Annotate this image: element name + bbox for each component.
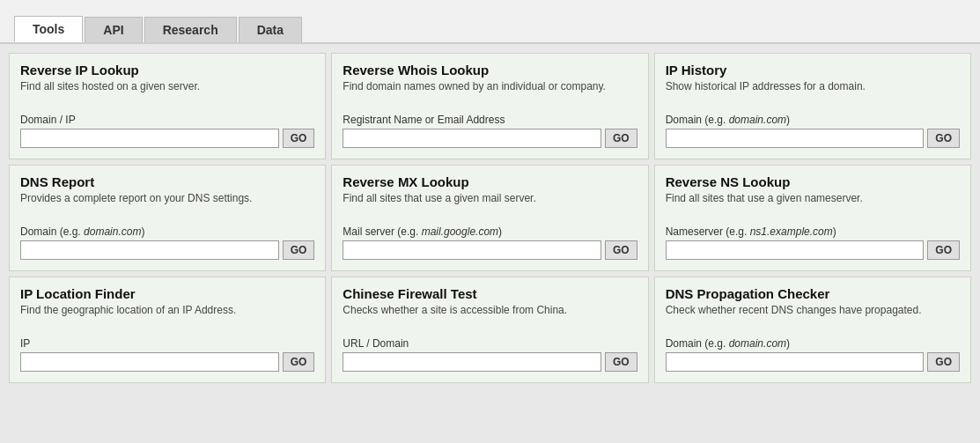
tool-label: URL / Domain [343,337,637,350]
tab-api[interactable]: API [85,17,142,42]
tool-input[interactable] [343,240,601,260]
tool-input-row: GO [20,352,314,372]
tool-card-ip-location-finder: IP Location FinderFind the geographic lo… [9,277,326,383]
tool-card-reverse-whois-lookup: Reverse Whois LookupFind domain names ow… [331,53,648,159]
tool-desc: Checks whether a site is accessible from… [343,304,637,329]
tool-title: DNS Propagation Checker [666,286,960,301]
tool-title: IP Location Finder [20,286,314,301]
tool-label: Domain (e.g. domain.com) [666,337,960,350]
tool-card-chinese-firewall-test: Chinese Firewall TestChecks whether a si… [331,277,648,383]
tool-input[interactable] [343,352,601,372]
tool-input-row: GO [20,129,314,148]
tool-card-ip-history: IP HistoryShow historical IP addresses f… [654,53,971,159]
tool-title: Reverse NS Lookup [666,174,960,189]
tool-desc: Find all sites hosted on a given server. [20,80,314,105]
tool-input[interactable] [20,352,279,372]
tool-label: Mail server (e.g. mail.google.com) [343,225,637,238]
tool-label: Nameserver (e.g. ns1.example.com) [666,225,960,238]
tool-input-row: GO [666,129,960,148]
tab-tools[interactable]: Tools [14,16,83,42]
tool-input-row: GO [343,352,637,372]
tool-input-row: GO [343,129,637,148]
tool-go-button[interactable]: GO [927,129,960,148]
tool-go-button[interactable]: GO [605,129,637,148]
tool-title: DNS Report [20,174,314,189]
tool-card-reverse-mx-lookup: Reverse MX LookupFind all sites that use… [331,165,648,271]
tool-title: IP History [666,63,960,78]
tool-go-button[interactable]: GO [283,352,315,372]
tool-go-button[interactable]: GO [605,240,637,260]
header: Tools API Research Data [0,0,980,44]
tool-label: IP [20,337,314,350]
tool-input[interactable] [666,352,925,372]
tool-card-dns-report: DNS ReportProvides a complete report on … [9,165,326,271]
tool-go-button[interactable]: GO [927,352,960,372]
tool-title: Chinese Firewall Test [343,286,637,301]
tool-input[interactable] [20,240,279,260]
tool-desc: Find all sites that use a given nameserv… [666,192,960,217]
tool-title: Reverse MX Lookup [343,174,637,189]
tool-input[interactable] [666,129,925,148]
tool-desc: Find all sites that use a given mail ser… [343,192,637,217]
main-content: Reverse IP LookupFind all sites hosted o… [0,44,980,392]
tool-card-reverse-ns-lookup: Reverse NS LookupFind all sites that use… [654,165,971,271]
tab-data[interactable]: Data [239,17,302,42]
tool-label: Domain (e.g. domain.com) [20,225,314,238]
tab-research[interactable]: Research [144,17,237,42]
tool-input[interactable] [666,240,925,260]
tool-desc: Check whether recent DNS changes have pr… [666,304,960,329]
tool-desc: Show historical IP addresses for a domai… [666,80,960,105]
tool-go-button[interactable]: GO [283,129,315,148]
tool-input-row: GO [666,240,960,260]
tool-title: Reverse Whois Lookup [343,63,637,78]
tool-input[interactable] [20,129,279,148]
tool-label: Domain / IP [20,114,314,126]
tool-input[interactable] [343,129,601,148]
tool-desc: Find domain names owned by an individual… [343,80,637,105]
tool-card-reverse-ip-lookup: Reverse IP LookupFind all sites hosted o… [9,53,326,159]
tools-grid: Reverse IP LookupFind all sites hosted o… [9,53,971,383]
tool-go-button[interactable]: GO [927,240,960,260]
tool-desc: Find the geographic location of an IP Ad… [20,304,314,329]
tool-input-row: GO [666,352,960,372]
tool-input-row: GO [343,240,637,260]
tool-label: Registrant Name or Email Address [343,114,637,126]
tool-go-button[interactable]: GO [283,240,315,260]
tool-title: Reverse IP Lookup [20,63,314,78]
tool-input-row: GO [20,240,314,260]
nav-tabs: Tools API Research Data [14,16,966,42]
tool-desc: Provides a complete report on your DNS s… [20,192,314,217]
tool-card-dns-propagation-checker: DNS Propagation CheckerCheck whether rec… [654,277,971,383]
tool-label: Domain (e.g. domain.com) [666,114,960,126]
tool-go-button[interactable]: GO [605,352,637,372]
